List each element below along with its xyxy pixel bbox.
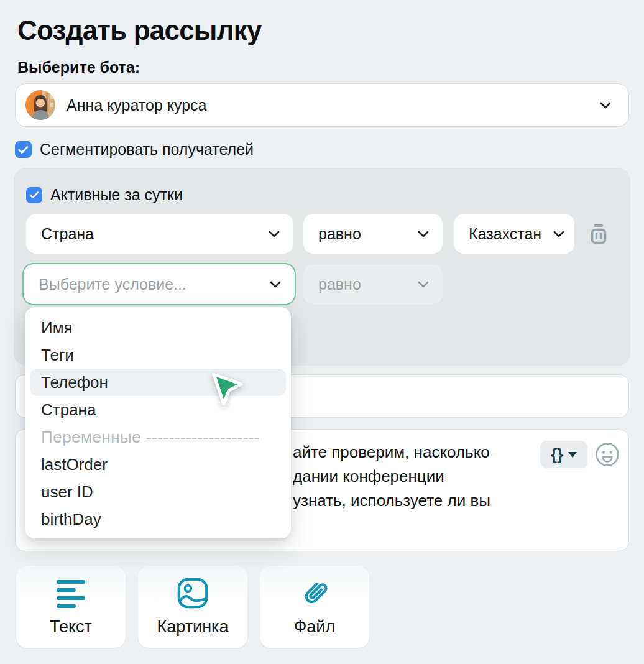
chevron-down-icon: [269, 277, 282, 291]
new-condition-select[interactable]: Выберите условие...: [22, 263, 296, 305]
add-file-label: Файл: [294, 617, 335, 637]
message-line: дании конференции: [293, 464, 490, 489]
add-text-label: Текст: [50, 617, 92, 637]
menu-item-userid[interactable]: user ID: [30, 478, 286, 505]
condition-operator-value: равно: [318, 225, 361, 243]
trash-icon: [587, 223, 610, 246]
new-condition-placeholder: Выберите условие...: [39, 275, 186, 293]
bot-avatar: [25, 90, 55, 120]
condition-field-value: Страна: [41, 225, 94, 243]
new-condition-operator-select-disabled: равно: [303, 264, 443, 304]
message-line: узнать, используете ли вы: [293, 489, 490, 513]
image-icon: [175, 574, 210, 612]
new-condition-operator-value: равно: [318, 275, 361, 293]
condition-options-menu: Имя Теги Телефон Страна Переменные -----…: [25, 307, 291, 538]
chevron-down-icon: [599, 98, 612, 112]
menu-item-country[interactable]: Страна: [30, 396, 286, 423]
add-file-button[interactable]: Файл: [260, 566, 369, 648]
condition-value: Казахстан: [469, 225, 541, 243]
active-24h-checkbox[interactable]: Активные за сутки: [26, 186, 183, 204]
active-24h-label: Активные за сутки: [50, 186, 183, 204]
message-text: айте проверим, насколько дании конференц…: [293, 440, 490, 513]
chevron-down-icon: [416, 277, 430, 291]
checkbox-checked-icon: [26, 187, 42, 203]
menu-item-name[interactable]: Имя: [30, 314, 286, 341]
add-image-button[interactable]: Картинка: [138, 566, 247, 648]
emoji-picker-button[interactable]: [594, 441, 621, 468]
paperclip-icon: [297, 574, 332, 612]
smiley-icon: [594, 441, 621, 468]
bot-select[interactable]: Анна куратор курса: [15, 83, 629, 127]
condition-field-select[interactable]: Страна: [26, 214, 293, 254]
create-broadcast-screen: Создать рассылку Выберите бота: Анна кур…: [0, 0, 644, 664]
bot-select-value: Анна куратор курса: [67, 96, 599, 114]
checkbox-checked-icon: [15, 141, 32, 158]
chevron-down-icon: [552, 227, 566, 241]
menu-item-tags[interactable]: Теги: [30, 341, 286, 369]
attachment-buttons: Текст Картинка Файл: [16, 566, 369, 648]
braces-icon: {}: [551, 445, 563, 464]
insert-variable-button[interactable]: {}: [540, 441, 587, 468]
menu-item-lastorder[interactable]: lastOrder: [30, 451, 286, 478]
delete-condition-button[interactable]: [587, 223, 610, 246]
add-image-label: Картинка: [157, 617, 229, 637]
caret-down-icon: [568, 452, 577, 458]
message-line: айте проверим, насколько: [293, 440, 490, 464]
chevron-down-icon: [267, 227, 281, 241]
condition-operator-select[interactable]: равно: [303, 214, 443, 254]
segment-recipients-checkbox[interactable]: Сегментировать получателей: [15, 141, 254, 159]
menu-group-variables: Переменные --------------------: [30, 423, 286, 451]
menu-item-birthday[interactable]: birthDay: [30, 505, 286, 533]
menu-item-phone[interactable]: Телефон: [30, 369, 286, 396]
bot-select-label: Выберите бота:: [17, 58, 140, 76]
add-text-button[interactable]: Текст: [16, 566, 126, 648]
page-title: Создать рассылку: [17, 15, 262, 46]
segment-recipients-label: Сегментировать получателей: [40, 141, 254, 159]
text-lines-icon: [54, 574, 88, 612]
condition-value-select[interactable]: Казахстан: [454, 214, 574, 254]
chevron-down-icon: [416, 227, 430, 241]
